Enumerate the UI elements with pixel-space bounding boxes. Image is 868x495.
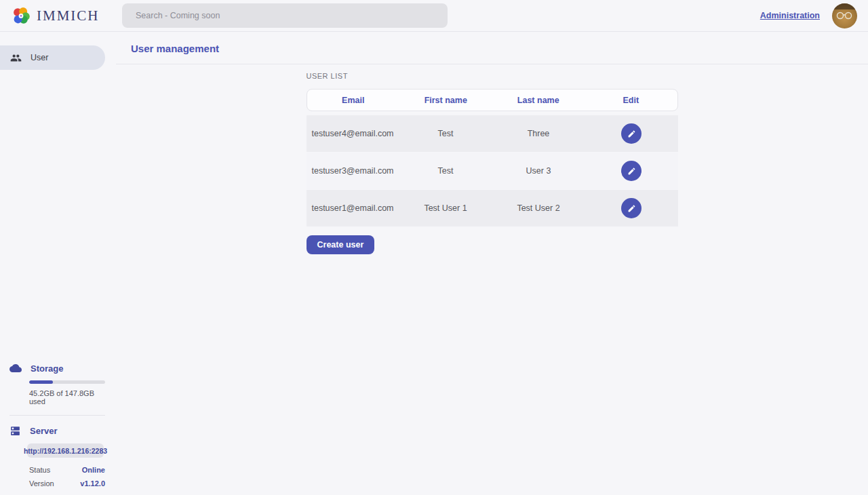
- version-value: v1.12.0: [80, 479, 105, 488]
- column-header-edit: Edit: [585, 96, 677, 105]
- search-input[interactable]: [122, 3, 448, 28]
- cell-first-name: Test User 1: [399, 203, 492, 213]
- title-divider: [116, 64, 868, 64]
- user-table-header: Email First name Last name Edit: [307, 89, 678, 111]
- server-icon: [9, 425, 21, 437]
- storage-progress-bar: [29, 380, 105, 384]
- cell-first-name: Test: [399, 129, 492, 138]
- main-content: User management USER LIST Email First na…: [116, 32, 868, 494]
- server-version-row: Version v1.12.0: [29, 479, 105, 488]
- status-value: Online: [82, 466, 105, 474]
- glasses-icon: [836, 12, 853, 20]
- storage-usage-text: 45.2GB of 147.8GB used: [29, 389, 105, 405]
- table-row: testuser1@email.com Test User 1 Test Use…: [307, 190, 678, 226]
- cell-last-name: Three: [492, 129, 585, 138]
- cell-first-name: Test: [399, 166, 492, 176]
- column-header-email: Email: [307, 96, 400, 105]
- cell-last-name: User 3: [492, 166, 585, 176]
- user-avatar[interactable]: [832, 3, 857, 28]
- sidebar-item-label: User: [31, 53, 48, 62]
- pencil-icon: [627, 204, 636, 213]
- edit-user-button[interactable]: [621, 161, 642, 181]
- immich-logo[interactable]: IMMICH: [0, 5, 116, 26]
- create-user-button[interactable]: Create user: [307, 235, 375, 254]
- server-status-row: Status Online: [29, 466, 105, 474]
- column-header-first-name: First name: [399, 96, 492, 105]
- storage-title: Storage: [31, 363, 63, 374]
- brand-wordmark: IMMICH: [37, 7, 100, 24]
- table-row: testuser3@email.com Test User 3: [307, 153, 678, 189]
- cloud-icon: [9, 362, 22, 374]
- storage-progress-fill: [29, 380, 53, 384]
- status-label: Status: [29, 466, 50, 474]
- server-section-header: Server: [0, 425, 105, 437]
- page-title: User management: [116, 32, 868, 54]
- storage-section-header: Storage: [0, 362, 105, 374]
- sidebar-footer: Storage 45.2GB of 147.8GB used Server ht…: [0, 362, 105, 488]
- cell-email: testuser3@email.com: [307, 166, 399, 176]
- sidebar: User Storage 45.2GB of 147.8GB used: [0, 32, 116, 494]
- top-navigation-bar: IMMICH Administration: [0, 0, 868, 32]
- table-row: testuser4@email.com Test Three: [307, 115, 678, 152]
- server-url-badge: http://192.168.1.216:2283: [27, 443, 104, 458]
- users-icon: [10, 52, 22, 64]
- administration-link[interactable]: Administration: [760, 11, 820, 20]
- user-list-section-label: USER LIST: [307, 72, 678, 80]
- server-title: Server: [30, 426, 57, 436]
- pencil-icon: [627, 167, 636, 176]
- sidebar-divider: [9, 415, 105, 416]
- immich-flower-icon: [11, 5, 31, 26]
- column-header-last-name: Last name: [492, 96, 585, 105]
- sidebar-item-user[interactable]: User: [0, 45, 105, 70]
- version-label: Version: [29, 479, 54, 488]
- cell-email: testuser1@email.com: [307, 203, 399, 213]
- edit-user-button[interactable]: [621, 123, 642, 144]
- cell-email: testuser4@email.com: [307, 129, 399, 138]
- edit-user-button[interactable]: [621, 198, 642, 218]
- cell-last-name: Test User 2: [492, 203, 585, 213]
- pencil-icon: [627, 130, 636, 138]
